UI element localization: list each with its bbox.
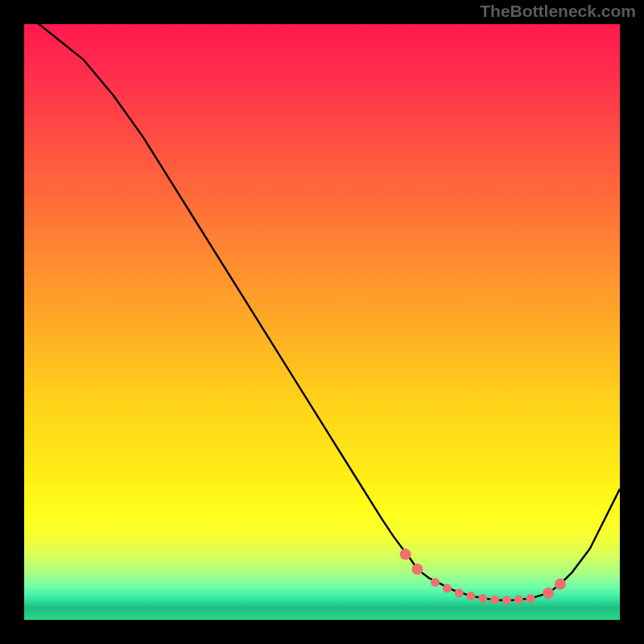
curve-marker	[467, 592, 476, 601]
curve-marker	[455, 588, 464, 597]
bottleneck-curve	[24, 24, 620, 601]
curve-marker	[543, 588, 554, 599]
curve-marker	[478, 594, 487, 603]
curve-marker	[400, 549, 411, 560]
curve-svg	[24, 24, 620, 620]
chart-container: TheBottleneck.com	[0, 0, 644, 644]
watermark: TheBottleneck.com	[480, 2, 636, 21]
curve-marker	[555, 579, 566, 590]
curve-marker	[443, 584, 452, 592]
curve-marker	[490, 595, 499, 604]
plot-area	[24, 24, 620, 620]
curve-marker	[411, 564, 423, 575]
curve-marker	[431, 578, 440, 587]
curve-marker	[502, 596, 511, 605]
curve-marker	[526, 594, 535, 603]
curve-marker	[514, 595, 523, 604]
